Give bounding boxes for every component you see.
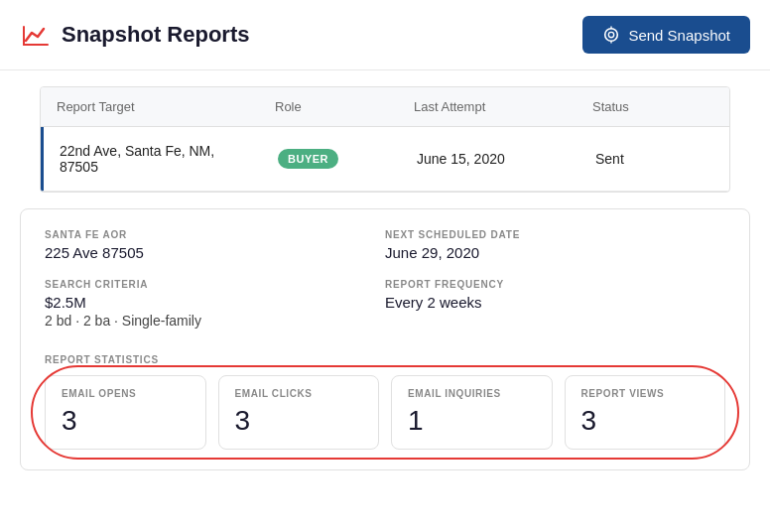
santa-fe-aor-section: SANTA FE AOR 225 Ave 87505 [45, 229, 385, 261]
report-table: Report Target Role Last Attempt Status 2… [40, 86, 730, 193]
stats-grid: EMAIL OPENS 3 EMAIL CLICKS 3 EMAIL INQUI… [45, 375, 725, 450]
next-scheduled-value: June 29, 2020 [385, 244, 725, 261]
cell-action: Stop [718, 128, 730, 190]
search-criteria-label: SEARCH CRITERIA [45, 279, 385, 290]
detail-right-col: NEXT SCHEDULED DATE June 29, 2020 REPORT… [385, 229, 725, 346]
svg-point-1 [609, 32, 614, 37]
col-last-attempt: Last Attempt [398, 87, 577, 126]
cell-report-target: 22nd Ave, Santa Fe, NM, 87505 [44, 127, 262, 191]
col-status: Status [577, 87, 715, 126]
stat-card: EMAIL INQUIRIES 1 [391, 375, 553, 450]
send-snapshot-label: Send Snapshot [628, 27, 730, 44]
stat-value: 3 [581, 405, 709, 437]
col-action [715, 87, 730, 126]
search-criteria-sub: 2 bd · 2 ba · Single-family [45, 313, 385, 329]
stat-label: REPORT VIEWS [581, 388, 709, 399]
send-snapshot-icon [602, 26, 620, 44]
search-criteria-value: $2.5M [45, 294, 385, 311]
detail-grid: SANTA FE AOR 225 Ave 87505 SEARCH CRITER… [45, 229, 725, 346]
cell-role: BUYER [262, 133, 401, 185]
send-snapshot-button[interactable]: Send Snapshot [582, 16, 750, 54]
svg-point-0 [605, 29, 618, 42]
next-scheduled-section: NEXT SCHEDULED DATE June 29, 2020 [385, 229, 725, 261]
stat-label: EMAIL CLICKS [235, 388, 363, 399]
santa-fe-aor-value: 225 Ave 87505 [45, 244, 385, 261]
detail-left-col: SANTA FE AOR 225 Ave 87505 SEARCH CRITER… [45, 229, 385, 346]
report-frequency-section: REPORT FREQUENCY Every 2 weeks [385, 279, 725, 311]
stat-label: EMAIL INQUIRIES [408, 388, 536, 399]
stat-card: EMAIL CLICKS 3 [218, 375, 380, 450]
stats-label: REPORT STATISTICS [45, 354, 725, 365]
search-criteria-section: SEARCH CRITERIA $2.5M 2 bd · 2 ba · Sing… [45, 279, 385, 329]
snapshot-logo-icon [20, 19, 52, 51]
stats-section: REPORT STATISTICS EMAIL OPENS 3 EMAIL CL… [45, 354, 725, 450]
report-frequency-value: Every 2 weeks [385, 294, 725, 311]
table-row: 22nd Ave, Santa Fe, NM, 87505 BUYER June… [41, 127, 729, 192]
stat-value: 3 [62, 405, 190, 437]
col-report-target: Report Target [41, 87, 259, 126]
stat-value: 3 [235, 405, 363, 437]
santa-fe-aor-label: SANTA FE AOR [45, 229, 385, 240]
report-frequency-label: REPORT FREQUENCY [385, 279, 725, 290]
col-role: Role [259, 87, 398, 126]
stat-value: 1 [408, 405, 536, 437]
stat-label: EMAIL OPENS [62, 388, 190, 399]
detail-card: SANTA FE AOR 225 Ave 87505 SEARCH CRITER… [20, 208, 750, 470]
stat-card: EMAIL OPENS 3 [45, 375, 206, 450]
cell-status: Sent [579, 135, 718, 183]
stat-card: REPORT VIEWS 3 [565, 375, 726, 450]
table-header: Report Target Role Last Attempt Status [41, 87, 729, 127]
page-header: Snapshot Reports Send Snapshot [0, 0, 770, 70]
header-left: Snapshot Reports [20, 19, 249, 51]
cell-last-attempt: June 15, 2020 [401, 135, 579, 183]
page-title: Snapshot Reports [62, 22, 249, 48]
next-scheduled-label: NEXT SCHEDULED DATE [385, 229, 725, 240]
buyer-badge: BUYER [278, 149, 338, 169]
